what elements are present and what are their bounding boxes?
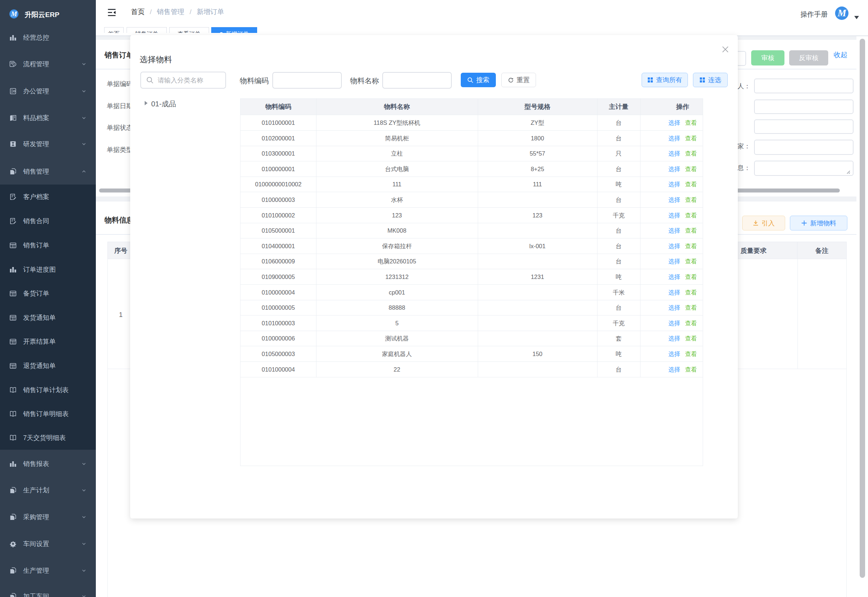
svg-text:M: M (837, 7, 847, 18)
svg-text:M: M (11, 10, 18, 18)
